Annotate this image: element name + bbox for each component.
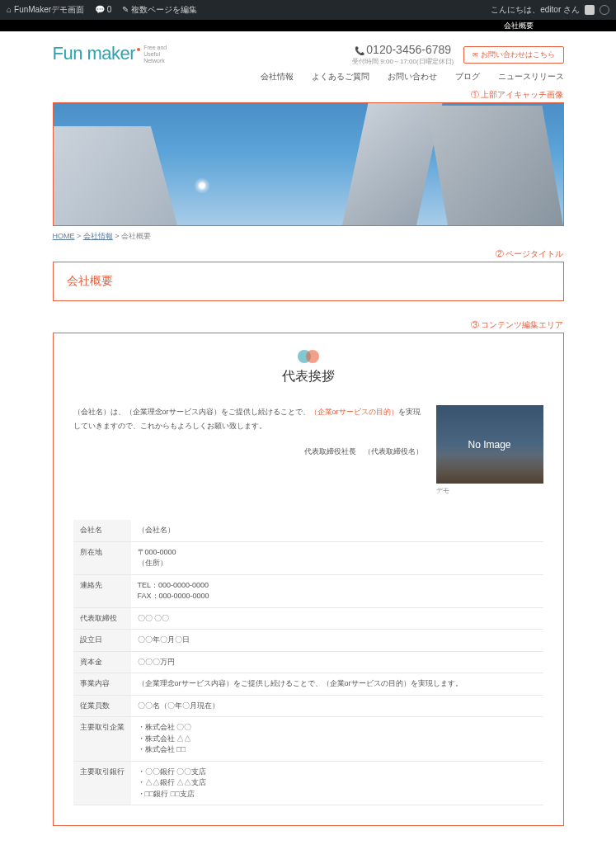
admin-edit[interactable]: ✎ 複数ページを編集 xyxy=(122,4,197,16)
info-key: 連絡先 xyxy=(73,574,131,607)
nav-faq[interactable]: よくあるご質問 xyxy=(312,71,369,83)
nav-blog[interactable]: ブログ xyxy=(455,71,480,83)
info-value: 〒000-0000（住所） xyxy=(131,541,543,574)
hero-image xyxy=(53,102,564,226)
table-row: 従業員数〇〇名（〇年〇月現在） xyxy=(73,695,543,717)
table-row: 主要取引銀行・〇〇銀行 〇〇支店・△△銀行 △△支店・□□銀行 □□支店 xyxy=(73,761,543,805)
sub-bar: 会社概要 xyxy=(0,20,616,31)
phone-number: 0120-3456-6789 xyxy=(352,43,454,56)
image-caption: デモ xyxy=(436,486,543,495)
annotation-content: ③ コンテンツ編集エリア xyxy=(53,318,564,333)
info-key: 主要取引企業 xyxy=(73,717,131,762)
nav-company[interactable]: 会社情報 xyxy=(261,71,294,83)
table-row: 連絡先TEL：000-0000-0000FAX：000-0000-0000 xyxy=(73,574,543,607)
greeting-text: （会社名）は、（企業理念orサービス内容）をご提供し続けることで、（企業orサー… xyxy=(73,405,423,495)
header: Fun maker Free andUsefulNetwork 0120-345… xyxy=(53,31,564,71)
annotation-title: ② ページタイトル xyxy=(53,247,564,262)
signature: 代表取締役社長 （代表取締役名） xyxy=(73,445,423,459)
info-key: 代表取締役 xyxy=(73,607,131,630)
annotation-hero: ① 上部アイキャッチ画像 xyxy=(53,87,564,102)
info-value: 〇〇 〇〇 xyxy=(131,607,543,630)
info-value: 〇〇〇万円 xyxy=(131,651,543,673)
info-value: 〇〇名（〇年〇月現在） xyxy=(131,695,543,717)
info-key: 主要取引銀行 xyxy=(73,761,131,805)
footer: サイトマップ 会社情報よくあるご質問お問い合わせブログニュースリリース マップ … xyxy=(53,826,564,845)
table-row: 事業内容（企業理念orサービス内容）をご提供し続けることで、（企業orサービスの… xyxy=(73,673,543,696)
info-value: （企業理念orサービス内容）をご提供し続けることで、（企業orサービスの目的）を… xyxy=(131,673,543,696)
greeting-title: 代表挨拶 xyxy=(73,368,543,385)
ornament-icon xyxy=(73,350,543,363)
admin-bar: ⌂ FunMakerデモ画面 💬 0 ✎ 複数ページを編集 こんにちは、edit… xyxy=(0,0,616,20)
info-value: ・株式会社 〇〇・株式会社 △△・株式会社 □□ xyxy=(131,717,543,762)
info-value: ・〇〇銀行 〇〇支店・△△銀行 △△支店・□□銀行 □□支店 xyxy=(131,761,543,805)
page-title-box: 会社概要 xyxy=(53,262,564,301)
business-hours: 受付時間 9:00～17:00(日曜定休日) xyxy=(352,57,454,66)
table-row: 設立日〇〇年〇月〇日 xyxy=(73,630,543,652)
content-area: 代表挨拶 （会社名）は、（企業理念orサービス内容）をご提供し続けることで、（企… xyxy=(53,333,564,826)
admin-comments[interactable]: 💬 0 xyxy=(95,5,112,14)
company-info-table: 会社名（会社名）所在地〒000-0000（住所）連絡先TEL：000-0000-… xyxy=(73,520,543,805)
table-row: 所在地〒000-0000（住所） xyxy=(73,541,543,574)
breadcrumb: HOME > 会社情報 > 会社概要 xyxy=(53,226,564,247)
breadcrumb-cat[interactable]: 会社情報 xyxy=(83,232,113,240)
admin-greeting: こんにちは、editor さん xyxy=(491,4,580,16)
search-icon[interactable] xyxy=(600,5,609,15)
breadcrumb-home[interactable]: HOME xyxy=(53,232,75,240)
logo[interactable]: Fun maker Free andUsefulNetwork xyxy=(53,43,167,64)
info-key: 会社名 xyxy=(73,520,131,541)
table-row: 資本金〇〇〇万円 xyxy=(73,651,543,673)
info-key: 事業内容 xyxy=(73,673,131,696)
contact-button[interactable]: お問い合わせはこちら xyxy=(463,46,563,64)
page-title: 会社概要 xyxy=(67,274,550,289)
nav-contact[interactable]: お問い合わせ xyxy=(388,71,437,83)
admin-site-link[interactable]: ⌂ FunMakerデモ画面 xyxy=(7,4,84,16)
info-key: 資本金 xyxy=(73,651,131,673)
info-value: 〇〇年〇月〇日 xyxy=(131,630,543,652)
table-row: 代表取締役〇〇 〇〇 xyxy=(73,607,543,630)
table-row: 会社名（会社名） xyxy=(73,520,543,541)
table-row: 主要取引企業・株式会社 〇〇・株式会社 △△・株式会社 □□ xyxy=(73,717,543,762)
info-value: （会社名） xyxy=(131,520,543,541)
breadcrumb-current: 会社概要 xyxy=(121,232,151,240)
info-value: TEL：000-0000-0000FAX：000-0000-0000 xyxy=(131,574,543,607)
info-key: 設立日 xyxy=(73,630,131,652)
header-contact: 0120-3456-6789 受付時間 9:00～17:00(日曜定休日) xyxy=(352,43,454,66)
representative-image: No Image xyxy=(436,405,543,484)
avatar-icon[interactable] xyxy=(585,5,595,15)
nav-news[interactable]: ニュースリリース xyxy=(498,71,564,83)
info-key: 従業員数 xyxy=(73,695,131,717)
info-key: 所在地 xyxy=(73,541,131,574)
main-nav: 会社情報 よくあるご質問 お問い合わせ ブログ ニュースリリース xyxy=(53,71,564,87)
